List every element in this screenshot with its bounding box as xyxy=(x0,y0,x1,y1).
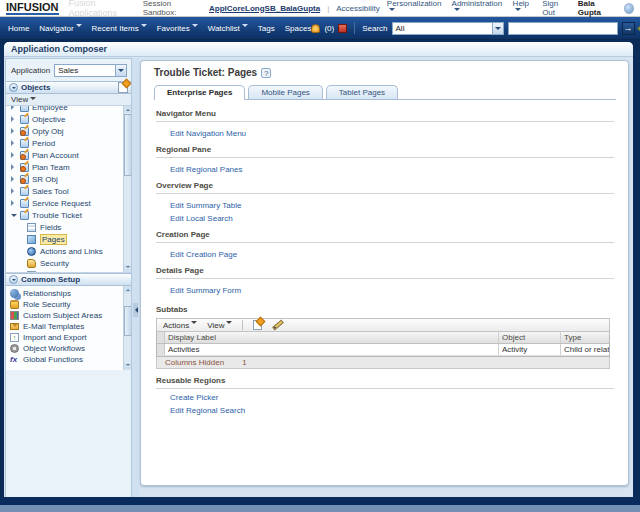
tree-item[interactable]: Sales Tool xyxy=(9,185,131,197)
collapse-disclosure-icon[interactable] xyxy=(9,83,18,92)
expand-arrow-icon[interactable] xyxy=(11,116,17,122)
search-go-button[interactable]: → xyxy=(622,22,635,35)
edit-creation-page-link[interactable]: Edit Creation Page xyxy=(170,250,614,259)
column-header-object[interactable]: Object xyxy=(499,332,561,343)
tree-item[interactable]: Period xyxy=(9,137,131,149)
tree-item[interactable]: Objective xyxy=(9,113,131,125)
columns-hidden-footer: Columns Hidden 1 xyxy=(156,357,610,369)
edit-pencil-icon[interactable] xyxy=(273,320,285,331)
nav-watchlist-menu[interactable]: Watchlist xyxy=(208,24,248,33)
logged-in-user: Bala Gupta xyxy=(578,0,617,17)
reports-icon[interactable] xyxy=(338,24,347,33)
list-item[interactable]: Role Security xyxy=(10,299,131,310)
chevron-down-icon xyxy=(226,321,232,327)
collapse-disclosure-icon[interactable] xyxy=(9,275,18,284)
help-menu[interactable]: Help xyxy=(513,0,536,17)
edit-regional-panes-link[interactable]: Edit Regional Panes xyxy=(170,165,614,174)
help-icon[interactable]: ? xyxy=(261,68,271,78)
list-item[interactable]: Custom Subject Areas xyxy=(10,310,131,321)
edit-summary-table-link[interactable]: Edit Summary Table xyxy=(170,201,614,210)
nav-recent-items-menu[interactable]: Recent Items xyxy=(92,24,147,33)
actions-menu-button[interactable]: Actions xyxy=(163,321,197,330)
accessibility-link[interactable]: Accessibility xyxy=(336,4,380,13)
sidebar: Application Sales Objects View Employee … xyxy=(5,58,132,497)
tree-item[interactable]: SR Obj xyxy=(9,173,131,185)
session-sandbox-link[interactable]: ApplCoreLongSB_BalaGupta xyxy=(209,4,320,13)
nav-spaces[interactable]: Spaces xyxy=(285,24,312,33)
tree-child-item[interactable]: {}Server Scripts xyxy=(9,269,131,273)
nav-navigator-menu[interactable]: Navigator xyxy=(39,24,81,33)
list-item[interactable]: E-Mail Templates xyxy=(10,321,131,332)
tree-item[interactable]: Plan Account xyxy=(9,149,131,161)
objects-section-header[interactable]: Objects xyxy=(6,81,131,94)
tree-child-item[interactable]: Security xyxy=(9,257,131,269)
expand-arrow-icon[interactable] xyxy=(11,188,17,194)
columns-hidden-count: 1 xyxy=(242,358,246,367)
nav-tags[interactable]: Tags xyxy=(258,24,275,33)
common-setup-scrollbar[interactable] xyxy=(123,286,131,370)
list-item[interactable]: fxGlobal Functions xyxy=(10,354,131,365)
expand-arrow-icon[interactable] xyxy=(11,152,17,158)
search-scope-select[interactable]: All xyxy=(392,22,504,35)
common-setup-section-header[interactable]: Common Setup xyxy=(6,273,131,286)
edit-summary-form-link[interactable]: Edit Summary Form xyxy=(170,286,614,295)
edit-regional-search-link[interactable]: Edit Regional Search xyxy=(170,406,614,415)
nav-favorites-menu[interactable]: Favorites xyxy=(157,24,198,33)
edit-local-search-link[interactable]: Edit Local Search xyxy=(170,214,614,223)
global-search-input[interactable] xyxy=(508,22,618,35)
tree-child-item-selected[interactable]: Pages xyxy=(9,233,131,245)
column-header-type[interactable]: Type xyxy=(561,332,609,343)
sign-out-link[interactable]: Sign Out xyxy=(542,0,571,17)
chevron-down-icon xyxy=(192,24,198,30)
expand-arrow-icon[interactable] xyxy=(11,106,17,110)
expand-arrow-icon[interactable] xyxy=(11,128,17,134)
column-header-display-label[interactable]: Display Label xyxy=(165,332,499,343)
divider xyxy=(156,242,614,243)
scrollbar-thumb[interactable] xyxy=(124,306,131,336)
scroll-down-button[interactable] xyxy=(124,363,131,370)
chevron-down-icon xyxy=(141,24,147,30)
tree-item[interactable]: Opty Obj xyxy=(9,125,131,137)
tree-item[interactable]: Plan Team xyxy=(9,161,131,173)
chevron-down-icon[interactable] xyxy=(115,65,126,76)
expand-arrow-icon[interactable] xyxy=(11,140,17,146)
tab-tablet-pages[interactable]: Tablet Pages xyxy=(326,85,398,99)
personalization-menu[interactable]: Personalization xyxy=(387,0,445,17)
chevron-down-icon[interactable] xyxy=(492,23,503,34)
list-item[interactable]: ↑Import and Export xyxy=(10,332,131,343)
expand-arrow-icon[interactable] xyxy=(11,200,17,206)
tree-item-expanded[interactable]: Trouble Ticket xyxy=(9,209,131,221)
application-select[interactable]: Sales xyxy=(54,64,127,77)
tree-child-item[interactable]: Fields xyxy=(9,221,131,233)
tree-scrollbar[interactable] xyxy=(123,106,131,272)
table-row[interactable]: Activities Activity Child or related obj… xyxy=(157,344,609,356)
collapse-arrow-icon[interactable] xyxy=(11,214,17,220)
tree-item[interactable]: Service Request xyxy=(9,197,131,209)
view-menu-button[interactable]: View xyxy=(207,321,232,330)
page-tabs: Enterprise Pages Mobile Pages Tablet Pag… xyxy=(154,84,616,100)
create-picker-link[interactable]: Create Picker xyxy=(170,393,614,402)
tab-mobile-pages[interactable]: Mobile Pages xyxy=(248,85,322,99)
scroll-down-button[interactable] xyxy=(124,265,131,272)
expand-arrow-icon[interactable] xyxy=(11,164,17,170)
new-object-icon[interactable] xyxy=(118,82,128,93)
nav-home[interactable]: Home xyxy=(8,24,29,33)
search-label: Search xyxy=(362,24,387,33)
tree-child-item[interactable]: Actions and Links xyxy=(9,245,131,257)
notifications-bell-icon[interactable] xyxy=(311,24,320,33)
create-subtab-icon[interactable] xyxy=(253,320,262,330)
scroll-up-button[interactable] xyxy=(124,106,131,113)
scrollbar-thumb[interactable] xyxy=(124,114,131,176)
tab-enterprise-pages[interactable]: Enterprise Pages xyxy=(154,85,245,100)
view-menu-button[interactable]: View xyxy=(11,95,28,104)
list-item[interactable]: Relationships xyxy=(10,288,131,299)
relationships-icon xyxy=(10,289,19,298)
expand-arrow-icon[interactable] xyxy=(11,176,17,182)
splitter-collapse-handle[interactable] xyxy=(133,303,138,317)
scroll-up-button[interactable] xyxy=(124,286,131,293)
list-item[interactable]: Object Workflows xyxy=(10,343,131,354)
panel-splitter[interactable] xyxy=(132,58,139,497)
edit-navigation-menu-link[interactable]: Edit Navigation Menu xyxy=(170,129,614,138)
administration-menu[interactable]: Administration xyxy=(452,0,506,17)
tree-view-toolbar: View xyxy=(6,94,131,106)
